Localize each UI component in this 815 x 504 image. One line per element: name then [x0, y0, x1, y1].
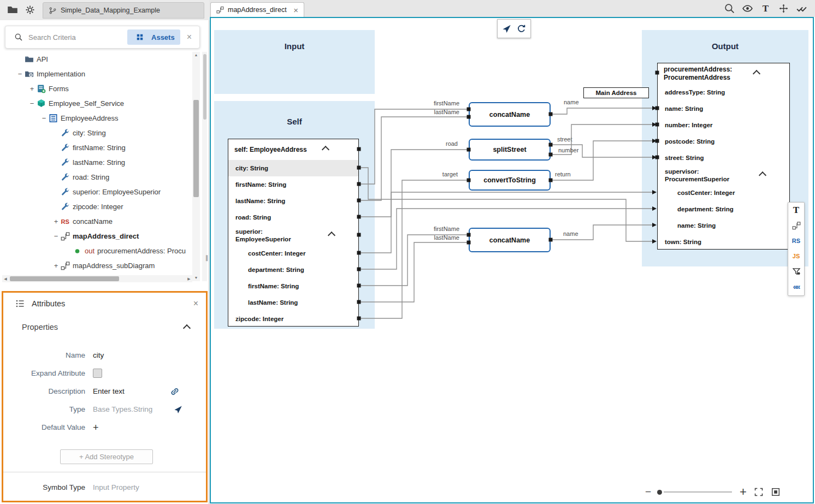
scroll-up-arrow[interactable]: ▲ — [192, 52, 200, 58]
tree-item-road-string[interactable]: road: String — [0, 170, 192, 185]
function-node-concatname-3[interactable]: concatName — [469, 228, 551, 252]
output-attr-postcode[interactable]: postcode: String — [658, 133, 789, 150]
mapping-wire[interactable] — [551, 124, 653, 155]
tree-item-concatname[interactable]: +RSconcatName — [0, 214, 192, 229]
collapse-icon[interactable]: − — [51, 232, 61, 240]
attr-field-value[interactable]: city — [93, 351, 104, 359]
output-attr-supervisor[interactable]: supervisor: ProcurementSuperior — [658, 166, 789, 185]
validate-double-check-icon[interactable] — [796, 3, 807, 14]
sidebar-vertical-scrollbar[interactable] — [202, 52, 207, 281]
mapping-wire[interactable] — [359, 242, 469, 302]
zoom-out-button[interactable]: − — [645, 486, 651, 498]
self-attr-zipcode[interactable]: zipcode: Integer — [228, 311, 358, 327]
tree-item-superior-employeesuperior[interactable]: superior: EmployeeSuperior — [0, 185, 192, 199]
function-node-converttostring-2[interactable]: convertToString — [469, 170, 551, 191]
self-attr-lastname[interactable]: lastName: String — [228, 294, 358, 311]
clear-search-icon[interactable]: × — [187, 32, 192, 42]
tree-item-procurementaddress-procu[interactable]: outprocurementAddress: Procu — [0, 244, 192, 258]
mapping-wire[interactable] — [551, 145, 653, 157]
scrollbar-thumb[interactable] — [193, 100, 199, 197]
self-attr-costcenter[interactable]: costCenter: Integer — [228, 245, 358, 262]
expand-icon[interactable]: + — [27, 85, 37, 93]
output-attr-costcenter[interactable]: costCenter: Integer — [658, 185, 789, 201]
expand-icon[interactable]: + — [51, 262, 61, 270]
expand-icon[interactable]: + — [51, 217, 61, 226]
function-node-splitstreet-1[interactable]: splitStreet — [469, 139, 551, 161]
mapping-canvas[interactable]: Input Self Output self: EmployeeAddress … — [210, 17, 814, 503]
output-attr-department[interactable]: department: String — [658, 201, 789, 217]
self-attr-road[interactable]: road: String — [228, 209, 358, 226]
mapping-wire[interactable] — [551, 225, 653, 240]
collapse-icon[interactable]: − — [27, 99, 37, 108]
scroll-left-arrow[interactable]: ◀ — [2, 275, 9, 282]
self-attr-firstname[interactable]: firstName: String — [228, 278, 358, 294]
splitter-grip[interactable]: ∥ — [205, 254, 209, 262]
fullscreen-icon[interactable] — [754, 487, 764, 497]
fit-view-icon[interactable] — [771, 487, 781, 497]
attr-field-value[interactable]: Enter text — [93, 387, 125, 395]
mapping-wire[interactable] — [359, 180, 469, 318]
text-tool-button[interactable]: T — [788, 203, 804, 218]
self-employeeaddress-node[interactable]: self: EmployeeAddress city: StringfirstN… — [228, 139, 359, 327]
self-node-header[interactable]: self: EmployeeAddress — [228, 139, 358, 160]
mapping-wire[interactable] — [359, 109, 469, 184]
fit-arrows-icon[interactable] — [778, 3, 789, 14]
tree-item-implementation[interactable]: −Implementation — [0, 67, 192, 81]
rs-tool-button[interactable]: RS — [788, 233, 804, 248]
link-icon[interactable] — [170, 387, 180, 396]
output-node-header[interactable]: procurementAddress: ProcurementAddress — [658, 63, 789, 84]
folder-icon[interactable] — [7, 4, 19, 16]
mapping-wire[interactable] — [551, 108, 653, 114]
tree-item-firstname-string[interactable]: firstName: String — [0, 140, 192, 155]
close-panel-icon[interactable]: × — [193, 299, 198, 309]
collapse-icon[interactable]: − — [39, 114, 49, 122]
attr-field-value[interactable]: Base Types.String — [93, 405, 152, 413]
scroll-right-arrow[interactable]: ▶ — [186, 275, 192, 282]
navigate-type-icon[interactable] — [173, 405, 183, 414]
text-tool-icon[interactable]: T — [760, 3, 771, 14]
output-attr-number[interactable]: number: Integer — [658, 117, 789, 133]
mapping-wire[interactable] — [359, 235, 469, 286]
scroll-down-arrow[interactable]: ▼ — [192, 275, 200, 281]
tree-item-lastname-string[interactable]: lastName: String — [0, 155, 192, 170]
self-attr-department[interactable]: department: String — [228, 262, 358, 278]
navigate-arrow-icon[interactable] — [501, 23, 512, 34]
chevron-up-icon[interactable] — [759, 171, 766, 179]
zoom-slider-track[interactable] — [664, 491, 732, 493]
close-tab-icon[interactable]: × — [293, 6, 298, 14]
tree-item-employee-self-service[interactable]: −Employee_Self_Service — [0, 96, 192, 111]
mapping-wire[interactable] — [551, 141, 653, 180]
scrollbar-thumb[interactable] — [203, 54, 206, 120]
function-node-concatname-0[interactable]: concatName — [469, 102, 551, 127]
project-tab[interactable]: Simple_Data_Mapping_Example — [43, 2, 204, 19]
tree-item-city-string[interactable]: city: String — [0, 126, 192, 140]
chevron-up-icon[interactable] — [183, 324, 191, 332]
js-tool-button[interactable]: JS — [788, 248, 804, 264]
scrollbar-thumb[interactable] — [10, 276, 119, 281]
output-attr-name[interactable]: name: String — [658, 217, 789, 234]
expand-attribute-checkbox[interactable] — [93, 369, 102, 378]
output-attr-addresstype[interactable]: addressType: String — [658, 84, 789, 100]
settings-gear-icon[interactable] — [24, 4, 36, 16]
refresh-icon[interactable] — [516, 23, 527, 34]
tree-vertical-scrollbar[interactable]: ▲ ▼ — [192, 52, 200, 281]
output-attr-name[interactable]: name: String — [658, 100, 789, 117]
main-address-annotation[interactable]: Main Address — [583, 87, 649, 98]
chevron-up-icon[interactable] — [753, 70, 760, 78]
add-default-value-button[interactable]: + — [93, 423, 99, 432]
search-input[interactable] — [27, 33, 127, 42]
add-stereotype-button[interactable]: + Add Stereotype — [60, 449, 153, 464]
diagram-tool-button[interactable] — [788, 218, 804, 233]
collapse-palette-button[interactable]: «« — [788, 279, 804, 294]
tree-item-mapaddress-direct[interactable]: −mapAddress_direct — [0, 229, 192, 244]
self-attr-city[interactable]: city: String — [228, 160, 358, 176]
tree-horizontal-scrollbar[interactable]: ◀ ▶ — [2, 275, 192, 282]
procurementaddress-node[interactable]: procurementAddress: ProcurementAddress a… — [657, 63, 790, 250]
tree-item-mapaddress-subdiagram[interactable]: +mapAddress_subDiagram — [0, 258, 192, 273]
output-attr-town[interactable]: town: String — [658, 234, 789, 250]
tree-item-forms[interactable]: +Forms — [0, 81, 192, 96]
tree-item-api[interactable]: API — [0, 52, 192, 67]
mapping-wire[interactable] — [359, 150, 469, 217]
chevron-up-icon[interactable] — [322, 146, 329, 153]
properties-section-header[interactable]: Properties — [3, 319, 206, 335]
